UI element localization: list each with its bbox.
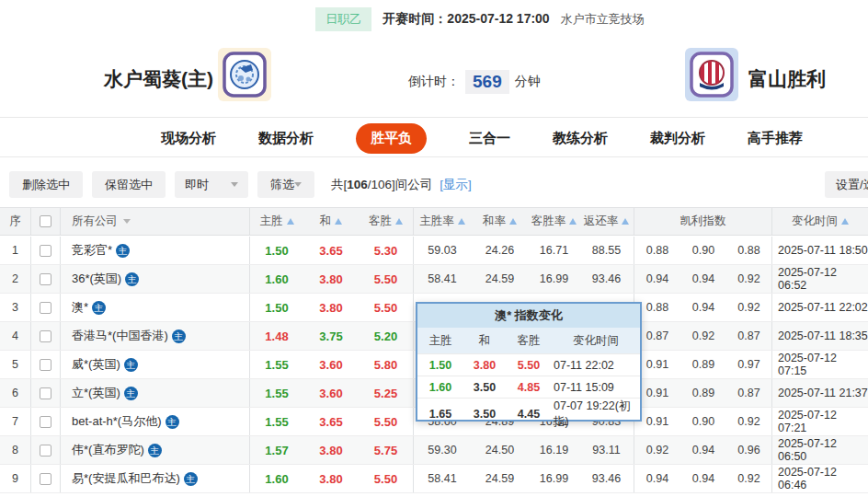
away-odds: 5.75	[359, 436, 414, 464]
home-odds: 1.50	[250, 294, 303, 321]
sort-asc-icon[interactable]	[335, 218, 342, 225]
row-checkbox[interactable]	[40, 302, 51, 314]
header-draw-rate[interactable]: 和率	[471, 208, 529, 235]
home-badge-icon: 主	[124, 358, 138, 372]
popup-change-time: 07-11 22:02	[552, 359, 640, 372]
row-checkbox[interactable]	[40, 473, 51, 485]
away-odds: 5.80	[359, 351, 414, 378]
draw-rate: 24.50	[471, 436, 529, 464]
company-name[interactable]: 竞彩官*	[72, 242, 112, 259]
row-checkbox-cell[interactable]	[31, 237, 61, 264]
company-cell[interactable]: bet-at-h*(马尔他) 主	[61, 408, 250, 435]
tab-高手推荐[interactable]: 高手推荐	[748, 123, 803, 154]
popup-away-odds: 4.85	[506, 381, 552, 394]
company-name[interactable]: 威*(英国)	[72, 356, 120, 373]
row-checkbox-cell[interactable]	[31, 322, 61, 350]
company-cell[interactable]: 竞彩官* 主	[61, 237, 250, 264]
company-cell[interactable]: 香港马*(中国香港) 主	[61, 322, 250, 350]
tab-教练分析[interactable]: 教练分析	[553, 123, 608, 154]
show-link[interactable]: [显示]	[440, 178, 472, 191]
company-cell[interactable]: 澳* 主	[61, 294, 250, 321]
kelly-away: 0.92	[726, 408, 772, 435]
table-header: 序 所有公司 主胜 和 客胜 主胜率 和率 客胜率 返还率 凯利指数 变化时间	[0, 207, 868, 236]
tab-数据分析[interactable]: 数据分析	[258, 123, 314, 154]
tab-现场分析[interactable]: 现场分析	[161, 123, 216, 154]
sort-asc-icon[interactable]	[458, 218, 465, 225]
company-name[interactable]: 易*(安提瓜和巴布达)	[72, 470, 180, 487]
home-rate: 58.41	[414, 465, 471, 492]
kelly-draw: 0.89	[680, 379, 726, 407]
company-name[interactable]: 立*(英国)	[72, 385, 120, 401]
header-home-odds[interactable]: 主胜	[250, 208, 303, 235]
row-checkbox[interactable]	[40, 445, 51, 457]
company-name[interactable]: 伟*(直布罗陀)	[72, 442, 144, 458]
delete-selected-button[interactable]: 删除选中	[9, 171, 83, 198]
row-checkbox[interactable]	[40, 273, 51, 285]
home-rate: 59.30	[414, 436, 471, 464]
row-checkbox[interactable]	[40, 359, 51, 371]
header-away-odds[interactable]: 客胜	[359, 208, 414, 235]
away-odds: 5.50	[359, 294, 414, 321]
filter-dropdown[interactable]: 筛选	[257, 171, 314, 198]
chevron-down-icon	[231, 182, 238, 187]
popup-title: 澳* 指数变化	[417, 304, 640, 328]
popup-change-time: 07-11 15:09	[552, 381, 640, 394]
row-checkbox[interactable]	[40, 416, 51, 428]
keep-selected-button[interactable]: 保留选中	[92, 171, 166, 198]
draw-odds: 3.60	[303, 379, 359, 407]
odds-comparison-page: 日职乙 开赛时间：2025-07-12 17:00 水户市立竞技场 水户蜀葵(主…	[0, 0, 868, 497]
settings-button[interactable]: 设置/选择	[825, 171, 868, 198]
draw-odds: 3.80	[303, 436, 359, 464]
header-home-rate-label: 主胜率	[419, 214, 454, 229]
company-cell[interactable]: 伟*(直布罗陀) 主	[61, 436, 250, 464]
row-seq: 5	[0, 351, 31, 378]
company-cell[interactable]: 立*(英国) 主	[61, 379, 250, 407]
header-away-rate[interactable]: 客胜率	[529, 208, 579, 235]
row-checkbox[interactable]	[40, 330, 51, 342]
row-checkbox-cell[interactable]	[31, 294, 61, 321]
tab-三合一[interactable]: 三合一	[469, 123, 510, 154]
company-cell[interactable]: 威*(英国) 主	[61, 351, 250, 378]
row-checkbox-cell[interactable]	[31, 408, 61, 435]
row-checkbox-cell[interactable]	[31, 379, 61, 407]
row-checkbox-cell[interactable]	[31, 465, 61, 492]
company-name[interactable]: bet-at-h*(马尔他)	[72, 413, 162, 430]
row-checkbox[interactable]	[40, 387, 51, 399]
sort-asc-icon[interactable]	[395, 218, 403, 225]
away-odds: 5.25	[359, 379, 414, 407]
sort-asc-icon[interactable]	[509, 218, 517, 225]
countdown: 倒计时： 569 分钟	[408, 70, 541, 94]
home-badge-icon: 主	[172, 329, 186, 343]
draw-rate: 24.59	[471, 265, 529, 293]
company-name[interactable]: 36*(英国)	[72, 271, 121, 287]
company-cell[interactable]: 易*(安提瓜和巴布达) 主	[61, 465, 250, 492]
draw-odds: 3.80	[303, 465, 359, 492]
home-odds: 1.50	[250, 237, 303, 264]
row-checkbox-cell[interactable]	[31, 351, 61, 378]
header-return-rate[interactable]: 返还率	[579, 208, 634, 235]
header-draw-odds[interactable]: 和	[303, 208, 359, 235]
sort-asc-icon[interactable]	[622, 218, 629, 225]
company-cell[interactable]: 36*(英国) 主	[61, 265, 250, 293]
row-checkbox[interactable]	[40, 245, 51, 257]
company-name[interactable]: 澳*	[72, 299, 88, 316]
select-all-checkbox[interactable]	[40, 215, 51, 227]
header-home-rate[interactable]: 主胜率	[414, 208, 471, 235]
popup-home-odds: 1.60	[417, 381, 463, 394]
home-team-logo	[218, 48, 271, 101]
row-checkbox-cell[interactable]	[31, 436, 61, 464]
sort-asc-icon[interactable]	[287, 218, 294, 225]
popup-home-odds: 1.50	[417, 359, 463, 372]
row-seq: 2	[0, 265, 31, 293]
sort-asc-icon[interactable]	[841, 218, 849, 225]
header-select-all[interactable]	[31, 208, 61, 235]
filter-caret-icon[interactable]	[123, 219, 131, 224]
sort-asc-icon[interactable]	[569, 218, 577, 225]
odds-mode-dropdown[interactable]: 即时	[175, 171, 248, 198]
row-checkbox-cell[interactable]	[31, 265, 61, 293]
header-company[interactable]: 所有公司	[61, 208, 250, 235]
tab-胜平负[interactable]: 胜平负	[356, 123, 427, 154]
tab-裁判分析[interactable]: 裁判分析	[650, 123, 705, 154]
company-name[interactable]: 香港马*(中国香港)	[72, 328, 168, 344]
header-change-time[interactable]: 变化时间	[772, 208, 868, 235]
